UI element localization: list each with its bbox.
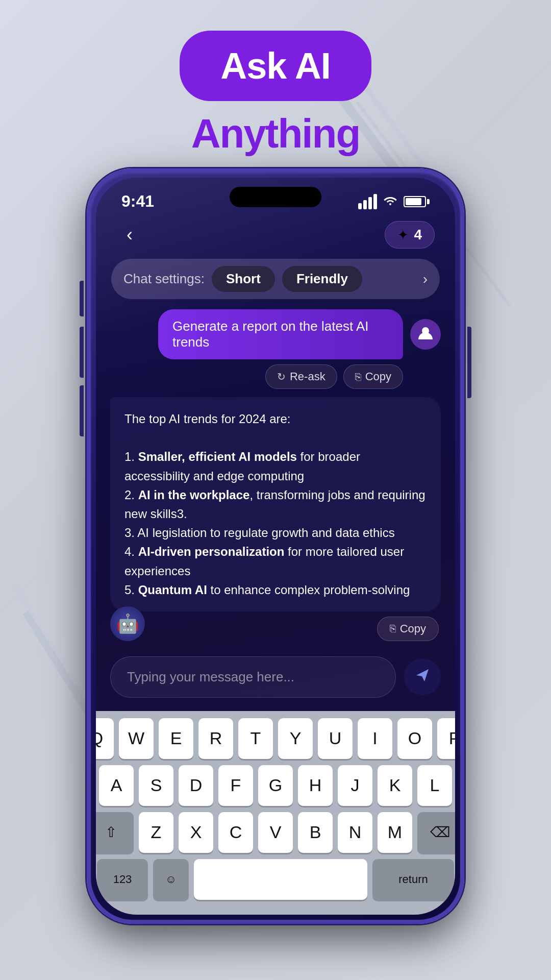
dynamic-island — [230, 187, 321, 207]
key-x[interactable]: X — [179, 812, 213, 853]
ai-avatar-row: 🤖 ⎘ Copy — [110, 606, 441, 641]
ai-avatar: 🤖 — [110, 606, 145, 641]
key-n[interactable]: N — [338, 812, 372, 853]
phone-mockup: 9:41 — [87, 168, 464, 924]
key-z[interactable]: Z — [139, 812, 173, 853]
phone-side-btn-2 — [80, 327, 84, 378]
key-u[interactable]: U — [318, 718, 353, 759]
ai-response-text: The top AI trends for 2024 are: 1. Small… — [124, 409, 427, 599]
keyboard-row-1: Q W E R T Y U I O P — [101, 718, 450, 759]
space-key[interactable] — [194, 859, 367, 900]
keyboard-row-2: A S D F G H J K L — [101, 765, 450, 806]
key-w[interactable]: W — [119, 718, 154, 759]
key-y[interactable]: Y — [278, 718, 313, 759]
chat-area: Generate a report on the latest AI trend… — [96, 309, 455, 641]
nav-bar: ‹ ✦ 4 — [96, 211, 455, 259]
input-placeholder: Typing your message here... — [127, 669, 294, 684]
ai-copy-row: ⎘ Copy — [153, 617, 441, 641]
chat-settings-bar[interactable]: Chat settings: Short Friendly › — [111, 259, 440, 299]
key-q[interactable]: Q — [96, 718, 114, 759]
message-actions: ↻ Re-ask ⎘ Copy — [265, 364, 403, 389]
reask-label: Re-ask — [290, 370, 325, 383]
ai-item-1: 1. Smaller, efficient AI models for broa… — [124, 450, 360, 482]
phone-body: 9:41 — [87, 168, 464, 924]
ai-bubble: The top AI trends for 2024 are: 1. Small… — [110, 397, 441, 611]
credits-count: 4 — [414, 227, 422, 243]
emoji-key[interactable]: ☺ — [153, 859, 189, 900]
copy-user-label: Copy — [365, 370, 391, 383]
copy-ai-icon: ⎘ — [390, 623, 396, 634]
key-p[interactable]: P — [437, 718, 455, 759]
anything-title: Anything — [191, 110, 360, 157]
key-h[interactable]: H — [298, 765, 333, 806]
key-f[interactable]: F — [218, 765, 253, 806]
settings-arrow-icon: › — [423, 271, 428, 287]
key-a[interactable]: A — [99, 765, 134, 806]
signal-icon — [358, 194, 377, 209]
key-t[interactable]: T — [238, 718, 273, 759]
reask-icon: ↻ — [277, 371, 286, 383]
shift-key[interactable]: ⇧ — [96, 812, 134, 853]
header-area: Ask AI Anything — [0, 31, 551, 157]
key-v[interactable]: V — [258, 812, 293, 853]
key-i[interactable]: I — [358, 718, 392, 759]
message-input[interactable]: Typing your message here... — [110, 656, 396, 698]
ai-item-2: 2. AI in the workplace, transforming job… — [124, 488, 425, 521]
key-m[interactable]: M — [378, 812, 412, 853]
user-message-container: Generate a report on the latest AI trend… — [110, 309, 441, 389]
return-key[interactable]: return — [372, 859, 454, 900]
back-button[interactable]: ‹ — [116, 222, 143, 248]
back-arrow-icon: ‹ — [127, 224, 133, 246]
copy-ai-label: Copy — [400, 622, 426, 635]
battery-icon — [404, 196, 430, 207]
wifi-icon — [382, 193, 398, 210]
user-message-row: Generate a report on the latest AI trend… — [158, 309, 441, 359]
status-icons — [358, 193, 430, 210]
ask-ai-title: Ask AI — [220, 45, 330, 86]
settings-tag-friendly[interactable]: Friendly — [282, 266, 362, 292]
key-l[interactable]: L — [417, 765, 452, 806]
ai-message-container: The top AI trends for 2024 are: 1. Small… — [110, 397, 441, 611]
keyboard-row-3: ⇧ Z X C V B N M ⌫ — [101, 812, 450, 853]
key-d[interactable]: D — [179, 765, 213, 806]
key-b[interactable]: B — [298, 812, 333, 853]
key-o[interactable]: O — [397, 718, 432, 759]
ai-message-wrapper: The top AI trends for 2024 are: 1. Small… — [110, 397, 441, 641]
input-area: Typing your message here... — [96, 646, 455, 708]
delete-key[interactable]: ⌫ — [417, 812, 455, 853]
credits-badge[interactable]: ✦ 4 — [385, 221, 435, 249]
key-j[interactable]: J — [338, 765, 372, 806]
phone-side-btn-1 — [80, 281, 84, 316]
numbers-key[interactable]: 123 — [97, 859, 148, 900]
reask-button[interactable]: ↻ Re-ask — [265, 364, 337, 389]
phone-screen: 9:41 — [96, 178, 455, 915]
copy-user-button[interactable]: ⎘ Copy — [343, 364, 403, 389]
user-bubble: Generate a report on the latest AI trend… — [158, 309, 403, 359]
ai-item-3: 3. AI legislation to regulate growth and… — [124, 526, 395, 540]
settings-tag-short[interactable]: Short — [212, 266, 275, 292]
ai-intro: The top AI trends for 2024 are: — [124, 412, 291, 426]
ai-item-4: 4. AI-driven personalization for more ta… — [124, 545, 404, 577]
sparkle-icon: ✦ — [397, 227, 409, 243]
copy-user-icon: ⎘ — [355, 371, 361, 383]
key-k[interactable]: K — [378, 765, 412, 806]
send-button[interactable] — [404, 658, 441, 695]
keyboard-row-4: 123 ☺ return — [101, 859, 450, 900]
key-c[interactable]: C — [218, 812, 253, 853]
keyboard: Q W E R T Y U I O P A S D F G — [96, 711, 455, 915]
ai-item-5: 5. Quantum AI to enhance complex problem… — [124, 583, 410, 597]
send-icon — [414, 667, 431, 687]
ask-ai-pill: Ask AI — [180, 31, 371, 101]
key-g[interactable]: G — [258, 765, 293, 806]
phone-side-btn-right — [467, 327, 471, 398]
key-s[interactable]: S — [139, 765, 173, 806]
status-time: 9:41 — [121, 192, 154, 211]
copy-ai-button[interactable]: ⎘ Copy — [377, 617, 439, 641]
user-avatar — [410, 319, 441, 350]
phone-side-btn-3 — [80, 385, 84, 436]
user-avatar-icon — [417, 324, 434, 345]
settings-label: Chat settings: — [123, 271, 205, 287]
key-e[interactable]: E — [159, 718, 193, 759]
ai-avatar-icon: 🤖 — [116, 613, 139, 634]
key-r[interactable]: R — [198, 718, 233, 759]
